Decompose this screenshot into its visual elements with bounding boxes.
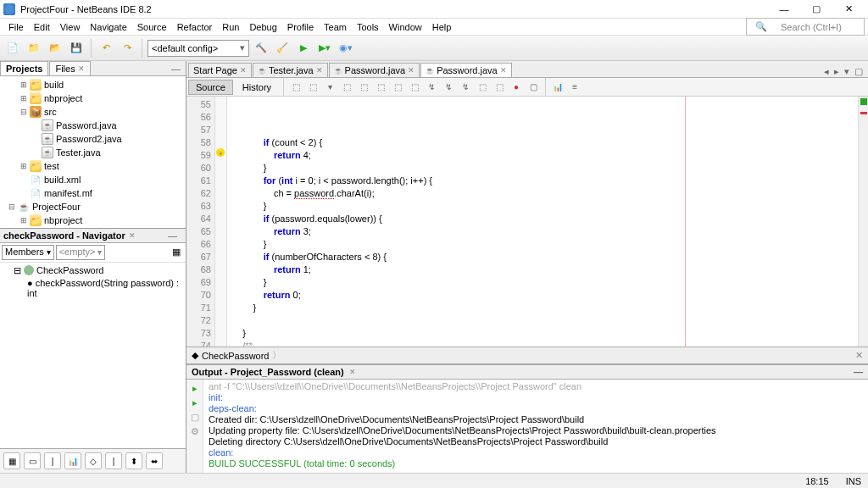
undo-button[interactable]: ↶: [97, 39, 115, 58]
run-button[interactable]: ▶: [294, 39, 313, 58]
tab-files[interactable]: Files✕: [49, 61, 90, 75]
menu-view[interactable]: View: [55, 20, 86, 34]
tab-tester[interactable]: ☕Tester.java✕: [253, 63, 328, 77]
tab-start-page[interactable]: Start Page✕: [188, 63, 252, 77]
menu-profile[interactable]: Profile: [282, 20, 319, 34]
close-button[interactable]: ✕: [832, 0, 865, 19]
minimize-panel-icon[interactable]: —: [854, 367, 863, 377]
palette-btn[interactable]: ▭: [24, 452, 41, 469]
minimize-panel-icon[interactable]: —: [166, 64, 186, 74]
palette-btn[interactable]: ▦: [3, 452, 20, 469]
history-tab[interactable]: History: [235, 80, 279, 95]
editor-toolbar-button[interactable]: ⬚: [407, 80, 422, 95]
menu-run[interactable]: Run: [217, 20, 244, 34]
error-mark[interactable]: [860, 112, 867, 114]
palette-btn[interactable]: ⬌: [146, 452, 163, 469]
menu-source[interactable]: Source: [132, 20, 172, 34]
menu-team[interactable]: Team: [319, 20, 352, 34]
editor-toolbar-button[interactable]: ≡: [567, 80, 582, 95]
clean-build-button[interactable]: 🧹: [273, 39, 292, 58]
close-icon[interactable]: ✕: [500, 66, 507, 75]
tree-item[interactable]: 📄build.xml: [0, 173, 186, 186]
editor-toolbar-button[interactable]: ⬚: [390, 80, 405, 95]
tab-list-icon[interactable]: ▾: [844, 66, 849, 77]
editor-toolbar-button[interactable]: ⬚: [356, 80, 371, 95]
tree-item[interactable]: ☕Password.java: [0, 119, 186, 132]
menu-help[interactable]: Help: [427, 20, 457, 34]
prev-tab-icon[interactable]: ◂: [824, 66, 829, 77]
palette-btn[interactable]: |: [105, 452, 122, 469]
new-project-button[interactable]: 📁: [25, 39, 43, 58]
palette-btn[interactable]: ⬍: [125, 452, 142, 469]
menu-file[interactable]: File: [3, 20, 29, 34]
open-button[interactable]: 📂: [46, 39, 64, 58]
close-icon[interactable]: ✕: [78, 64, 85, 73]
tree-item[interactable]: ⊟📦src: [0, 105, 186, 119]
close-icon[interactable]: ✕: [855, 350, 863, 361]
config-selector[interactable]: <default config>▾: [147, 40, 249, 57]
editor-toolbar-button[interactable]: ⬚: [373, 80, 388, 95]
editor-toolbar-button[interactable]: ↯: [441, 80, 456, 95]
maximize-editor-icon[interactable]: ▢: [854, 66, 863, 77]
tab-password-active[interactable]: ☕Password.java✕: [420, 63, 512, 77]
tree-item[interactable]: ⊞📁test: [0, 159, 186, 173]
build-button[interactable]: 🔨: [252, 39, 270, 58]
close-icon[interactable]: ✕: [349, 368, 356, 376]
tree-item[interactable]: ⊞📁nbproject: [0, 214, 186, 227]
next-tab-icon[interactable]: ▸: [834, 66, 839, 77]
tab-projects[interactable]: Projects: [0, 61, 48, 75]
tab-password[interactable]: ☕Password.java✕: [329, 63, 420, 77]
editor-toolbar-button[interactable]: ⬚: [339, 80, 354, 95]
stop-icon[interactable]: ▢: [191, 412, 199, 423]
fold-margin[interactable]: 💡: [215, 97, 227, 347]
close-icon[interactable]: ✕: [129, 231, 136, 240]
editor-toolbar-button[interactable]: ⬚: [475, 80, 490, 95]
debug-button[interactable]: ▶▾: [315, 39, 334, 58]
error-stripe[interactable]: [858, 97, 868, 347]
redo-button[interactable]: ↷: [118, 39, 136, 58]
project-tree[interactable]: ⊞📁build⊞📁nbproject⊟📦src☕Password.java☕Pa…: [0, 76, 186, 228]
editor-toolbar-button[interactable]: ↯: [458, 80, 473, 95]
code-body[interactable]: if (count < 2) { return 4; } for (int i …: [227, 97, 858, 347]
code-editor[interactable]: 5556575859606162636465666768697071727374…: [186, 97, 868, 347]
tree-item[interactable]: ☕Password2.java: [0, 132, 186, 146]
editor-toolbar-button[interactable]: 📊: [550, 80, 565, 95]
close-icon[interactable]: ✕: [408, 66, 415, 75]
close-icon[interactable]: ✕: [316, 66, 323, 75]
palette-btn[interactable]: ◇: [85, 452, 102, 469]
editor-toolbar-button[interactable]: ⬚: [288, 80, 303, 95]
close-icon[interactable]: ✕: [240, 66, 247, 75]
settings-icon[interactable]: ⚙: [191, 426, 199, 437]
navigator-class[interactable]: ⊟ CheckPassword: [2, 264, 184, 277]
source-tab[interactable]: Source: [188, 80, 233, 95]
search-box[interactable]: 🔍 Search (Ctrl+I): [746, 18, 865, 36]
editor-toolbar-button[interactable]: ▾: [322, 80, 337, 95]
tree-item[interactable]: ⊟☕ProjectFour: [0, 200, 186, 214]
menu-edit[interactable]: Edit: [29, 20, 55, 34]
menu-tools[interactable]: Tools: [352, 20, 384, 34]
filter-button[interactable]: ▦: [169, 245, 184, 260]
rerun-icon[interactable]: ▸: [192, 397, 198, 408]
profile-button[interactable]: ◉▾: [337, 39, 355, 58]
menu-debug[interactable]: Debug: [244, 20, 281, 34]
members-combo[interactable]: Members ▾: [2, 245, 54, 260]
tree-item[interactable]: ⊞📁build: [0, 78, 186, 92]
menu-window[interactable]: Window: [384, 20, 427, 34]
new-file-button[interactable]: 📄: [3, 39, 22, 58]
palette-btn[interactable]: 📊: [64, 452, 81, 469]
editor-toolbar-button[interactable]: ⬚: [492, 80, 507, 95]
tree-item[interactable]: ⊞📁nbproject: [0, 92, 186, 105]
menu-navigate[interactable]: Navigate: [85, 20, 131, 34]
minimize-panel-icon[interactable]: —: [163, 230, 182, 241]
editor-toolbar-button[interactable]: ▢: [526, 80, 541, 95]
editor-toolbar-button[interactable]: ⬚: [305, 80, 320, 95]
minimize-button[interactable]: —: [768, 0, 800, 19]
tree-item[interactable]: 📄manifest.mf: [0, 186, 186, 200]
navigator-method[interactable]: ● checkPassword(String password) : int: [2, 277, 184, 299]
editor-toolbar-button[interactable]: ●: [509, 80, 524, 95]
palette-btn[interactable]: |: [44, 452, 61, 469]
save-all-button[interactable]: 💾: [67, 39, 86, 58]
breadcrumb-class[interactable]: CheckPassword: [202, 351, 269, 361]
editor-toolbar-button[interactable]: ↯: [424, 80, 439, 95]
output-text[interactable]: ant -f "C:\\Users\\dzell\\OneDrive\\Docu…: [203, 380, 868, 473]
